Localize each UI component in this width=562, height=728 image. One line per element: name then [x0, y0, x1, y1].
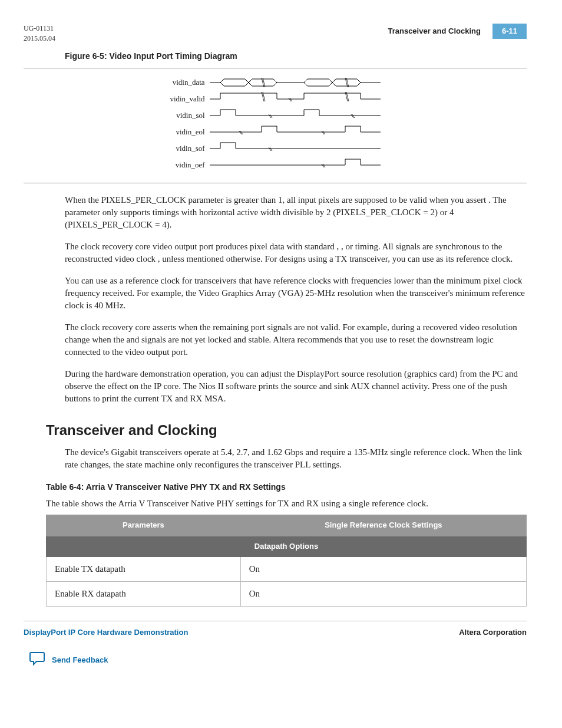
- doc-date: 2015.05.04: [24, 34, 55, 44]
- feedback-label: Send Feedback: [52, 655, 108, 666]
- table-cell: Enable RX datapath: [47, 581, 241, 606]
- doc-meta: UG-01131 2015.05.04: [24, 24, 55, 44]
- paragraph: The clock recovery core asserts when the…: [65, 321, 527, 358]
- table-header: Single Reference Clock Settings: [240, 515, 526, 536]
- timing-signal-labels: vidin_data vidin_valid vidin_sol vidin_e…: [170, 74, 209, 174]
- signal-label: vidin_eol: [170, 124, 209, 140]
- signal-label: vidin_oef: [170, 157, 209, 173]
- paragraph: During the hardware demonstration operat…: [65, 368, 527, 405]
- paragraph: The clock recovery core video output por…: [65, 241, 527, 265]
- paragraph: When the PIXELS_PER_CLOCK parameter is g…: [65, 194, 527, 231]
- phy-settings-table: Parameters Single Reference Clock Settin…: [46, 515, 527, 606]
- doc-id: UG-01131: [24, 24, 55, 34]
- page-footer: DisplayPort IP Core Hardware Demonstrati…: [24, 621, 527, 638]
- table-row: Enable TX datapath On: [47, 556, 527, 581]
- footer-doc-title[interactable]: DisplayPort IP Core Hardware Demonstrati…: [24, 627, 188, 638]
- table-cell: Enable TX datapath: [47, 556, 241, 581]
- timing-waveforms: [210, 74, 381, 174]
- figure-caption: Figure 6-5: Video Input Port Timing Diag…: [65, 51, 527, 62]
- feedback-icon: [29, 651, 46, 670]
- table-cell: On: [240, 581, 526, 606]
- table-caption: Table 6-4: Arria V Transceiver Native PH…: [46, 482, 527, 493]
- signal-label: vidin_data: [170, 74, 209, 91]
- paragraph: You can use as a reference clock for tra…: [65, 275, 527, 312]
- timing-diagram: vidin_data vidin_valid vidin_sol vidin_e…: [24, 68, 527, 183]
- footer-corporation: Altera Corporation: [459, 627, 527, 638]
- page-header: UG-01131 2015.05.04 Transceiver and Cloc…: [24, 24, 527, 44]
- section-intro: The device's Gigabit transceivers operat…: [65, 446, 527, 471]
- table-header: Parameters: [47, 515, 241, 536]
- section-heading: Transceiver and Clocking: [46, 420, 527, 440]
- table-cell: On: [240, 556, 526, 581]
- signal-label: vidin_sof: [170, 140, 209, 157]
- header-right: Transceiver and Clocking 6-11: [388, 24, 527, 39]
- page-number-badge: 6-11: [492, 24, 527, 39]
- table-intro: The table shows the Arria V Transceiver …: [46, 498, 527, 510]
- signal-label: vidin_sol: [170, 107, 209, 124]
- signal-label: vidin_valid: [170, 91, 209, 107]
- send-feedback-link[interactable]: Send Feedback: [29, 651, 527, 670]
- table-row: Enable RX datapath On: [47, 581, 527, 606]
- header-section-title: Transceiver and Clocking: [388, 26, 481, 37]
- table-group-header: Datapath Options: [47, 536, 527, 556]
